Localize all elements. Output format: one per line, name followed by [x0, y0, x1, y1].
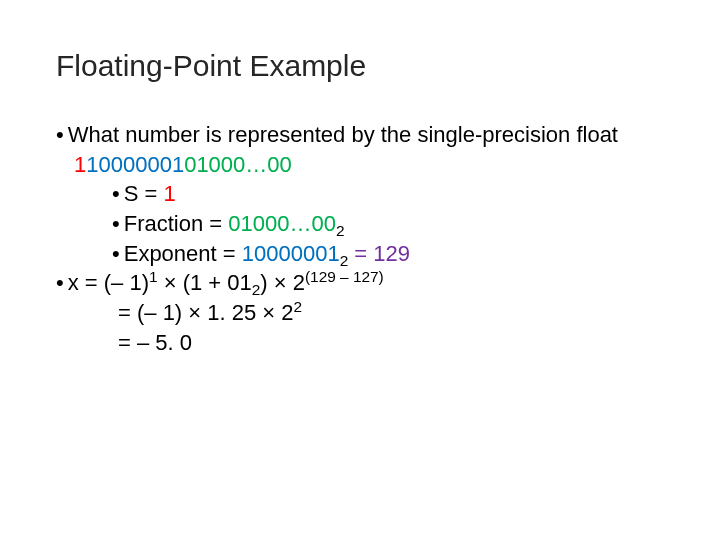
- bits-fraction: 01000…00: [184, 152, 292, 177]
- fraction-value: 01000…00: [228, 211, 336, 236]
- calc-line-3: = – 5. 0: [56, 328, 664, 358]
- calc1-sup2: (129 – 127): [305, 268, 384, 285]
- calc-line-1: •x = (– 1)1 × (1 + 012) × 2(129 – 127): [56, 268, 664, 298]
- bullet-icon: •: [56, 122, 64, 147]
- s-value: 1: [163, 181, 175, 206]
- bullet-icon: •: [112, 181, 120, 206]
- bits-line: 11000000101000…00: [56, 150, 664, 180]
- calc1-sup1: 1: [149, 268, 158, 285]
- slide: Floating-Point Example •What number is r…: [0, 0, 720, 540]
- fraction-field-line: •Fraction = 01000…002: [56, 209, 664, 239]
- exponent-decimal: = 129: [348, 241, 410, 266]
- calc3: = – 5. 0: [118, 330, 192, 355]
- calc1-pre: x = (– 1): [68, 270, 149, 295]
- bits-sign: 1: [74, 152, 86, 177]
- exponent-base: 2: [340, 252, 349, 269]
- bullet-icon: •: [56, 270, 64, 295]
- fraction-base: 2: [336, 222, 345, 239]
- bullet-icon: •: [112, 211, 120, 236]
- calc1-mid2: ) × 2: [260, 270, 305, 295]
- exponent-field-line: •Exponent = 100000012 = 129: [56, 239, 664, 269]
- fraction-label: Fraction =: [124, 211, 229, 236]
- bits-exponent: 10000001: [86, 152, 184, 177]
- exponent-label: Exponent =: [124, 241, 242, 266]
- bullet-icon: •: [112, 241, 120, 266]
- question-text: What number is represented by the single…: [68, 122, 618, 147]
- calc2-pre: = (– 1) × 1. 25 × 2: [118, 300, 294, 325]
- exponent-value: 10000001: [242, 241, 340, 266]
- calc2-sup: 2: [294, 298, 303, 315]
- s-field-line: •S = 1: [56, 179, 664, 209]
- slide-body: •What number is represented by the singl…: [56, 120, 664, 358]
- calc-line-2: = (– 1) × 1. 25 × 22: [56, 298, 664, 328]
- question-line: •What number is represented by the singl…: [56, 120, 664, 150]
- calc1-mid: × (1 + 01: [158, 270, 252, 295]
- s-label: S =: [124, 181, 164, 206]
- slide-title: Floating-Point Example: [56, 48, 664, 84]
